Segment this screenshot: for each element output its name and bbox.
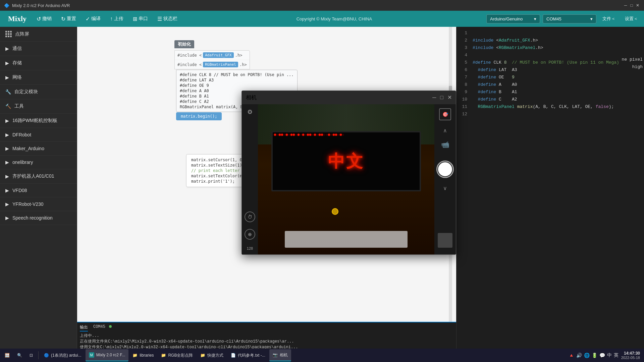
camera-thumbnail[interactable] [438,233,452,248]
maker-arrow-icon: ▶ [5,146,9,151]
window-controls[interactable]: ─ □ ✕ [623,3,640,8]
compile-icon: ✓ [86,16,90,22]
app-logo: Mixly [3,14,32,23]
code-editor-body[interactable]: 1 2 3 4 5 6 7 8 9 10 11 12 #include <Ada… [457,27,644,362]
sidebar-item-maker[interactable]: ▶ Maker_Arduino [0,142,77,156]
clock-time: 14:47:30 [621,351,640,356]
taskbar-code-ref[interactable]: 📄 代码参考.txt -... [227,349,268,361]
code-editor: 1 2 3 4 5 6 7 8 9 10 11 12 #include <Ada… [456,27,644,362]
compile-button[interactable]: ✓ 编译 [81,14,105,24]
taskbar-camera-app[interactable]: 📷 相机 [269,349,291,361]
tray-wifi-icon[interactable]: 🌐 [584,353,590,358]
taskbar-start-btn[interactable]: 🪟 [1,349,13,361]
file-menu[interactable]: 文件＜ [599,14,619,23]
qihu-arrow-icon: ▶ [5,174,9,179]
taskbar-rgb-folder[interactable]: 📁 RGB全彩点阵 [158,349,196,361]
tab-com45[interactable]: COM45 [93,324,112,331]
bottom-line-1: 上传中... [80,333,453,339]
camera-zoom-btn[interactable]: ⊕ [245,229,255,240]
sidebar-item-onelibrary[interactable]: ▶ onelibrary [0,156,77,169]
sidebar-item-label: 点阵屏 [15,31,29,37]
settings-menu[interactable]: 设置＜ [622,14,641,23]
code-content[interactable]: #include <Adafruit_GFX.h> #include <RGBm… [470,27,644,362]
sidebar-item-storage[interactable]: ▶ 存储 [0,56,77,70]
camera-settings-icon[interactable]: ⚙ [247,108,253,116]
camera-detect-icon[interactable]: 🎯 [439,108,451,120]
board-dropdown-arrow: ▾ [534,16,536,21]
sidebar-item-dfrobot[interactable]: ▶ DFRobot [0,128,77,142]
vfd08-arrow-icon: ▶ [5,188,9,193]
serial-label: 串口 [139,16,148,22]
speech-arrow-icon: ▶ [5,215,9,221]
camera-app-label: 相机 [280,352,288,358]
mouse-cursor [332,208,338,215]
tray-chat-icon[interactable]: 💬 [599,353,605,358]
tray-volume-icon[interactable]: 🔊 [576,353,582,358]
sidebar-item-network[interactable]: ▶ 网络 [0,70,77,85]
minimize-btn[interactable]: ─ [623,3,628,8]
camera-nav-up[interactable]: ∧ [440,126,450,135]
arduino-app-icon: 🔵 [44,353,49,358]
sidebar-item-tools[interactable]: 🔨 工具 [0,99,77,114]
code-line-11: RGBmatrixPanel matrix(A, B, C, CLK, LAT,… [473,103,641,111]
sidebar-item-yfrobot[interactable]: ▶ YFRobot-V230 [0,197,77,211]
quick-folder-icon: 📁 [200,353,205,358]
tray-battery-icon[interactable]: 🔋 [592,353,597,358]
matrix-begin-block[interactable]: matrix.begin(); [176,112,222,120]
serial-button[interactable]: ⊞ 串口 [128,14,153,24]
camera-photo-button[interactable] [436,161,454,178]
board-dropdown[interactable]: Arduino/Genuino ▾ [486,14,540,23]
sidebar-item-comm[interactable]: ▶ 通信 [0,42,77,56]
maximize-btn[interactable]: □ [629,3,634,8]
redo-label: 重置 [67,16,76,22]
compile-label: 编译 [91,16,101,22]
code-ref-icon: 📄 [231,353,236,358]
code-line-12 [473,111,641,118]
redo-button[interactable]: ↻ 重置 [56,14,81,24]
line-numbers: 1 2 3 4 5 6 7 8 9 10 11 12 [457,27,470,362]
camera-close-btn[interactable]: ✕ [447,95,452,100]
undo-button[interactable]: ↺ 撤销 [32,14,56,24]
taskbar-mixly-app[interactable]: M Mixly 2.0 rc2 F... [86,349,129,361]
serial-icon: ⊞ [133,16,137,22]
taskbar-quick-folder[interactable]: 📁 快捷方式 [197,349,227,361]
camera-maximize-btn[interactable]: □ [440,95,443,100]
sidebar-item-qihu[interactable]: ▶ 齐护机器人A01/C01 [0,169,77,184]
code-line-2: #include <Adafruit_GFX.h> [473,37,641,44]
upload-button[interactable]: ↑ 上传 [105,14,128,24]
sidebar-item-speech[interactable]: ▶ Speech recognition [0,211,77,225]
taskbar-search[interactable]: 🔍 [14,349,25,361]
camera-nav-down[interactable]: ∨ [440,183,450,193]
camera-title: 相机 [246,94,257,101]
sidebar-item-custom[interactable]: 🔧 自定义模块 [0,85,77,99]
close-btn[interactable]: ✕ [635,3,640,8]
camera-minimize-btn[interactable]: ─ [432,95,436,100]
camera-timer-btn[interactable]: ⏱ [245,212,255,222]
statusbar-button[interactable]: ☰ 状态栏 [153,14,182,24]
camera-video-icon[interactable]: 📹 [441,140,449,148]
taskbar-clock[interactable]: 14:47:30 2022-05-18 [621,351,640,360]
tab-com45-label: COM45 [93,324,105,329]
taskbar-libraries[interactable]: 📁 libraries [129,349,157,361]
tray-ime-zh[interactable]: 中 [607,352,612,358]
tray-network-icon[interactable]: 🔺 [569,353,574,358]
tab-output[interactable]: 输出 [80,324,88,331]
code-line-1 [473,29,641,37]
port-dropdown[interactable]: COM45 ▾ [543,14,596,23]
yfrobot-arrow-icon: ▶ [5,201,9,207]
sidebar-item-label: onelibrary [12,160,33,165]
menu-bar: Mixly ↺ 撤销 ↻ 重置 ✓ 编译 ↑ 上传 ⊞ 串口 ☰ 状态栏 Cop… [0,11,644,27]
sidebar-item-vfd08[interactable]: ▶ VFD08 [0,184,77,197]
taskbar-tray: 🔺 🔊 🌐 🔋 💬 中 英 [569,352,619,358]
menu-right: Arduino/Genuino ▾ COM45 ▾ 文件＜ 设置＜ [486,14,641,23]
taskbar-arduino-app[interactable]: 🔵 (1条消息) ardui... [41,349,85,361]
bottom-line-2: 正在使用文件夹C:\mixly2\Mixly2.0-win32-x64-upda… [80,339,453,344]
include-block-1[interactable]: #include < Adafruit_GFX .h> #include < R… [174,50,250,69]
sidebar-item-pwm[interactable]: ▶ 16路PWM舵机控制板 [0,114,77,128]
undo-icon: ↺ [37,16,41,22]
taskbar-taskview[interactable]: ⊡ [26,349,36,361]
tray-ime-en[interactable]: 英 [614,352,619,358]
code-line-7: #define OE 9 [473,74,641,81]
define-line-1: #define CLK 8 // MUST be on PORTB! (Use … [180,72,294,77]
sidebar-item-dot-matrix[interactable]: 点阵屏 [0,27,77,42]
